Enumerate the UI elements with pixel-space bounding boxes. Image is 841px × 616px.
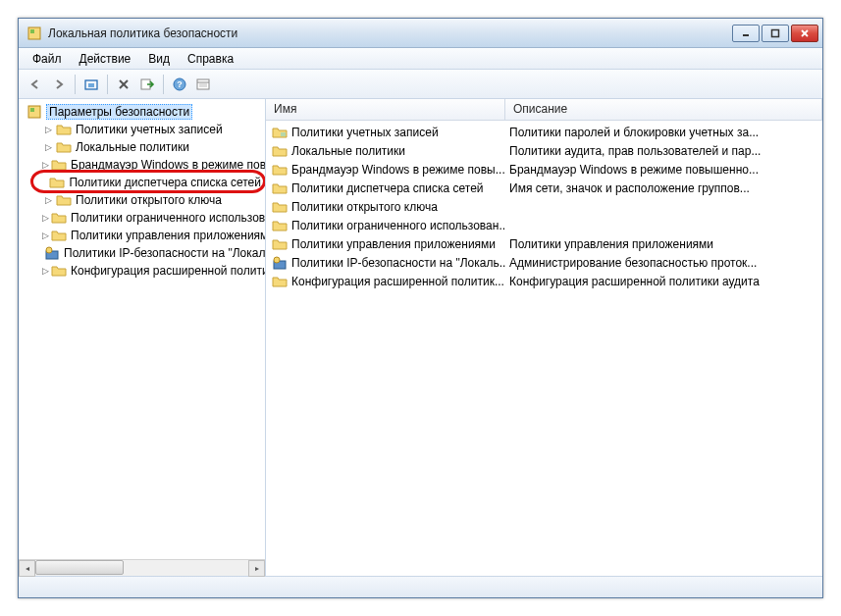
toolbar-separator bbox=[107, 75, 108, 94]
tree-children: ▷ Политики учетных записей ▷ Локальные п… bbox=[23, 121, 261, 280]
export-button[interactable] bbox=[136, 74, 158, 95]
tree-root-label: Параметры безопасности bbox=[46, 104, 192, 120]
window-controls bbox=[732, 25, 818, 42]
folder-icon bbox=[51, 263, 67, 279]
tree-item-network-list[interactable]: Политики диспетчера списка сетей bbox=[38, 174, 261, 191]
row-desc: Политики аудита, прав пользователей и па… bbox=[505, 144, 822, 158]
expander-icon[interactable]: ▷ bbox=[42, 230, 49, 241]
tree-item-firewall[interactable]: ▷ Брандмауэр Windows в режиме повышенной… bbox=[38, 156, 261, 174]
list-row[interactable]: Конфигурация расширенной политик... Конф… bbox=[266, 272, 822, 290]
tree-item-ipsec[interactable]: Политики IP-безопасности на "Локальный к… bbox=[38, 244, 261, 262]
minimize-button[interactable] bbox=[732, 25, 760, 42]
expander-icon[interactable]: ▷ bbox=[42, 265, 49, 277]
row-desc: Политики паролей и блокировки учетных за… bbox=[505, 126, 822, 139]
tree-item-app-management[interactable]: ▷ Политики управления приложениями bbox=[38, 227, 261, 244]
titlebar: Локальная политика безопасности bbox=[19, 19, 822, 48]
toolbar: ? bbox=[19, 70, 822, 99]
row-desc: Администрирование безопасностью проток..… bbox=[505, 256, 822, 270]
column-header-name[interactable]: Имя bbox=[266, 99, 505, 120]
scroll-right-arrow[interactable]: ▸ bbox=[248, 560, 265, 577]
row-desc: Политики управления приложениями bbox=[505, 237, 822, 251]
row-desc: Конфигурация расширенной политики аудита bbox=[505, 275, 822, 288]
help-button[interactable]: ? bbox=[169, 74, 190, 95]
row-name: Политики ограниченного использован... bbox=[291, 219, 505, 232]
toolbar-separator bbox=[75, 75, 76, 94]
list-row[interactable]: Политики учетных записей Политики пароле… bbox=[266, 123, 822, 141]
menu-view[interactable]: Вид bbox=[140, 50, 178, 68]
tree-item-label: Политики управления приложениями bbox=[71, 229, 265, 242]
tree-item-label: Конфигурация расширенной политики аудита bbox=[71, 264, 265, 278]
tree-horizontal-scrollbar[interactable]: ◂ ▸ bbox=[19, 559, 265, 576]
list-row[interactable]: Политики диспетчера списка сетей Имя сет… bbox=[266, 179, 822, 197]
expander-icon[interactable]: ▷ bbox=[42, 212, 49, 224]
column-header-description[interactable]: Описание bbox=[505, 99, 822, 120]
ipsec-icon bbox=[272, 255, 288, 271]
maximize-button[interactable] bbox=[762, 25, 789, 42]
tree-item-restricted-use[interactable]: ▷ Политики ограниченного использования п… bbox=[38, 209, 261, 227]
tree-body: Параметры безопасности ▷ Политики учетны… bbox=[19, 99, 265, 559]
list-row[interactable]: Политики ограниченного использован... bbox=[266, 216, 822, 234]
folder-icon bbox=[51, 228, 67, 243]
ipsec-icon bbox=[44, 245, 60, 261]
row-name: Политики открытого ключа bbox=[291, 200, 438, 214]
list-body: Политики учетных записей Политики пароле… bbox=[266, 121, 822, 576]
folder-icon bbox=[272, 274, 288, 289]
window-title: Локальная политика безопасности bbox=[48, 26, 732, 40]
expander-icon[interactable]: ▷ bbox=[42, 124, 54, 135]
list-row[interactable]: Политики управления приложениями Политик… bbox=[266, 234, 822, 253]
tree-item-label: Политики ограниченного использования про… bbox=[71, 211, 265, 225]
forward-button[interactable] bbox=[48, 74, 70, 95]
expander-icon[interactable]: ▷ bbox=[42, 159, 49, 171]
tree-item-account-policies[interactable]: ▷ Политики учетных записей bbox=[38, 121, 261, 138]
menu-file[interactable]: Файл bbox=[25, 50, 70, 68]
back-button[interactable] bbox=[25, 74, 46, 95]
row-name: Политики диспетчера списка сетей bbox=[291, 181, 484, 195]
row-name: Конфигурация расширенной политик... bbox=[291, 275, 504, 288]
scroll-track[interactable] bbox=[35, 560, 248, 577]
tree-item-label: Локальные политики bbox=[76, 140, 189, 154]
row-name: Политики учетных записей bbox=[291, 126, 439, 139]
list-row[interactable]: Политики IP-безопасности на "Локаль... А… bbox=[266, 253, 822, 272]
up-level-button[interactable] bbox=[80, 74, 102, 95]
content-area: Параметры безопасности ▷ Политики учетны… bbox=[19, 99, 822, 576]
app-window: Локальная политика безопасности Файл Дей… bbox=[18, 18, 823, 598]
tree-item-local-policies[interactable]: ▷ Локальные политики bbox=[38, 138, 261, 156]
list-row[interactable]: Локальные политики Политики аудита, прав… bbox=[266, 141, 822, 160]
tree-item-label: Политики IP-безопасности на "Локальный к… bbox=[64, 246, 265, 260]
svg-text:?: ? bbox=[177, 79, 183, 89]
row-name: Политики IP-безопасности на "Локаль... bbox=[291, 256, 505, 270]
folder-icon bbox=[272, 162, 288, 178]
properties-button[interactable] bbox=[192, 74, 214, 95]
scroll-thumb[interactable] bbox=[35, 560, 124, 575]
folder-icon bbox=[272, 199, 288, 215]
scroll-left-arrow[interactable]: ◂ bbox=[19, 560, 35, 577]
tree-item-audit-config[interactable]: ▷ Конфигурация расширенной политики ауди… bbox=[38, 262, 261, 280]
tree-item-public-key[interactable]: ▷ Политики открытого ключа bbox=[38, 191, 261, 209]
shield-icon bbox=[26, 104, 42, 120]
svg-rect-18 bbox=[30, 108, 34, 112]
expander-icon[interactable]: ▷ bbox=[42, 141, 54, 153]
folder-icon bbox=[272, 143, 288, 159]
svg-rect-7 bbox=[88, 83, 94, 87]
row-name: Политики управления приложениями bbox=[291, 237, 496, 251]
policy-icon bbox=[272, 125, 288, 140]
list-row[interactable]: Политики открытого ключа bbox=[266, 197, 822, 216]
folder-icon bbox=[56, 192, 72, 208]
list-row[interactable]: Брандмауэр Windows в режиме повы... Бран… bbox=[266, 160, 822, 179]
row-desc: Брандмауэр Windows в режиме повышенно... bbox=[505, 163, 822, 177]
svg-point-23 bbox=[274, 257, 280, 263]
folder-icon bbox=[56, 122, 72, 137]
menu-action[interactable]: Действие bbox=[72, 50, 139, 68]
statusbar bbox=[19, 576, 822, 597]
tree-root-node[interactable]: Параметры безопасности bbox=[23, 103, 261, 121]
delete-button[interactable] bbox=[113, 74, 134, 95]
menu-help[interactable]: Справка bbox=[180, 50, 241, 68]
tree-item-label: Политики открытого ключа bbox=[76, 193, 222, 207]
folder-icon bbox=[272, 236, 288, 252]
folder-icon bbox=[272, 180, 288, 196]
close-button[interactable] bbox=[791, 25, 818, 42]
expander-icon[interactable]: ▷ bbox=[42, 194, 54, 206]
app-icon bbox=[26, 26, 42, 41]
folder-icon bbox=[51, 210, 67, 226]
svg-point-20 bbox=[46, 247, 52, 253]
